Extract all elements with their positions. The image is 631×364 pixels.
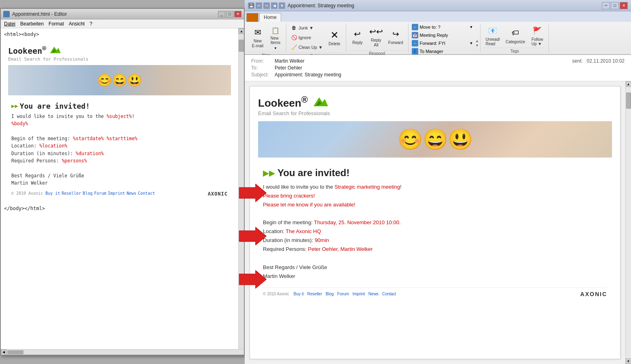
quicksteps-down[interactable]: ▼ (476, 44, 479, 47)
move-to-arrow: ▼ (470, 25, 473, 29)
email-scrollbar-down[interactable]: ▼ (626, 358, 631, 364)
junk-button[interactable]: 🗑 Junk ▼ (289, 23, 325, 32)
email-body-area: Lookeen® Email Search for Professionals … (245, 81, 631, 364)
red-arrow-2 (239, 227, 267, 245)
body-line3: Please let me know if you are available! (263, 202, 355, 208)
footer-link-buyit[interactable]: Buy it (294, 292, 304, 296)
code-bottom: </body></html> (4, 202, 235, 211)
menu-bearbeiten[interactable]: Bearbeiten (20, 21, 44, 27)
to-manager-icon: 👤 (412, 48, 418, 55)
menu-format[interactable]: Format (49, 21, 64, 27)
editor-textarea[interactable]: <html><body> Lookeen® Email Search for P… (1, 28, 238, 349)
outlook-win-controls[interactable]: ─ □ ✕ (602, 2, 628, 9)
email-scrollbar-up[interactable]: ▲ (626, 81, 631, 87)
new-items-dropdown[interactable]: ▼ (272, 46, 279, 51)
footer-link-reseller[interactable]: Reseller (307, 292, 322, 296)
invited-title: ▶▶ You are invited! (263, 167, 607, 179)
footer-link-blog[interactable]: Blog (326, 292, 334, 296)
scrollbar-up-arrow[interactable]: ▲ (239, 28, 244, 34)
ribbon-tab-brand[interactable] (246, 13, 258, 22)
ignore-button[interactable]: 🚫 Ignore (289, 33, 325, 42)
forward-button[interactable]: ↪ Forward (386, 26, 406, 47)
svg-marker-10 (313, 97, 328, 106)
meeting-reply-button[interactable]: 📅 Meeting Reply (410, 32, 475, 39)
editor-window-controls[interactable]: _ □ ✕ (218, 11, 241, 17)
brand-icon (251, 15, 254, 21)
invited-section-small: ▶▶ You are invited! I would like to invi… (8, 100, 231, 198)
email-body-container[interactable]: Lookeen® Email Search for Professionals … (245, 81, 625, 364)
undo-icon[interactable]: ↩ (256, 2, 262, 9)
unread-read-button[interactable]: 📧 Unread/Read (483, 23, 502, 47)
outlook-window: 💾 ↩ ↪ ◀ ▼ Appointment: Strategy meeting … (245, 0, 631, 364)
ribbon-group-tags: 📧 Unread/Read 🏷 Categorize 🚩 FollowUp ▼ … (481, 23, 549, 53)
reply-button[interactable]: ↩ Reply (349, 26, 366, 47)
svg-rect-7 (253, 16, 254, 17)
body-duration: 90min (315, 237, 329, 243)
lookeen-logo: Lookeen® (258, 95, 612, 109)
categorize-icon: 🏷 (509, 27, 522, 40)
save-icon[interactable]: 💾 (248, 2, 254, 9)
editor-titlebar: Appointment.html - Editor _ □ ✕ (1, 9, 244, 19)
footer-link-contact[interactable]: Contact (382, 292, 396, 296)
lookeen-icon (310, 95, 330, 109)
quicksteps-up[interactable]: ▲ (476, 39, 479, 43)
email-preview-small: Lookeen® Email Search for Professionals … (4, 40, 235, 202)
scrollbar-thumb[interactable] (239, 40, 244, 52)
lookeen-text: Lookeen® (258, 95, 308, 109)
maximize-button[interactable]: □ (226, 11, 233, 17)
hscrollbar-left[interactable]: ◀ (1, 349, 6, 355)
footer-link-forum[interactable]: Forum (337, 292, 349, 296)
ribbon-group-new-content: ✉ NewE-mail 📋 NewItems ▼ (249, 23, 284, 51)
move-to-button[interactable]: → Move to: ? ▼ (410, 23, 475, 31)
new-email-button[interactable]: ✉ NewE-mail (249, 24, 267, 50)
menu-ansicht[interactable]: Ansicht (69, 21, 85, 27)
tagline-small: Email Search for Professionals (8, 57, 231, 62)
email-scrollbar-thumb[interactable] (626, 93, 631, 109)
unread-read-icon: 📧 (486, 24, 499, 37)
editor-app-icon (3, 11, 10, 17)
footer-links[interactable]: Buy it Reseller Blog Forum Imprint News … (294, 292, 398, 296)
minimize-button[interactable]: _ (218, 11, 225, 17)
double-arrow-icon-small: ▶▶ (11, 103, 18, 109)
close-button[interactable]: ✕ (234, 11, 241, 17)
menu-datei[interactable]: Datei (4, 21, 15, 27)
delete-col-left: 🗑 Junk ▼ 🚫 Ignore 🧹 Clean Up ▼ (289, 23, 325, 52)
follow-up-label: FollowUp ▼ (531, 37, 543, 46)
delete-button[interactable]: ✕ Delete (326, 27, 343, 48)
ribbon-tab-home[interactable]: Home (259, 13, 281, 22)
to-manager-label: To Manager (420, 49, 443, 54)
email-body-text: I would like to invite you to the Strate… (263, 183, 607, 281)
forward-fyi-button[interactable]: → Forward: FYI ▼ (410, 40, 475, 47)
outlook-minimize[interactable]: ─ (602, 2, 610, 9)
menu-help[interactable]: ? (89, 21, 92, 27)
back-icon[interactable]: ◀ (271, 2, 277, 9)
ribbon-group-new: ✉ NewE-mail 📋 NewItems ▼ New (246, 23, 286, 53)
new-items-top[interactable]: 📋 NewItems (267, 23, 284, 46)
follow-up-button[interactable]: 🚩 FollowUp ▼ (528, 23, 546, 47)
delete-icon: ✕ (328, 29, 341, 42)
sent-label: sent: (572, 58, 583, 64)
quicksteps-expand[interactable]: ▲ ▼ (476, 39, 479, 47)
red-arrow-1 (239, 184, 267, 202)
redo-icon[interactable]: ↪ (263, 2, 270, 9)
cleanup-button[interactable]: 🧹 Clean Up ▼ (289, 43, 325, 52)
footer-links-small[interactable]: Buy itResellerBlogForumImprintNewsContac… (45, 191, 157, 196)
hscrollbar-thumb[interactable] (7, 350, 23, 354)
cleanup-icon: 🧹 (291, 44, 297, 50)
dropdown-icon[interactable]: ▼ (279, 2, 285, 9)
footer-link-imprint[interactable]: Imprint (353, 292, 365, 296)
meeting-reply-icon: 📅 (412, 32, 418, 38)
editor-hscrollbar[interactable]: ◀ (1, 349, 244, 355)
body-line2: Please bring crackers! (263, 193, 315, 199)
outlook-restore[interactable]: □ (611, 2, 619, 9)
to-manager-button[interactable]: 👤 To Manager (410, 48, 475, 55)
editor-title: Appointment.html - Editor (12, 11, 67, 17)
reply-all-button[interactable]: ↩↩ ReplyAll (367, 23, 385, 49)
categorize-button[interactable]: 🏷 Categorize (503, 26, 527, 45)
new-items-button[interactable]: 📋 NewItems ▼ (267, 23, 284, 51)
svg-rect-9 (253, 18, 254, 19)
subject-row: Subject: Appointment: Strategy meeting (251, 72, 625, 78)
outlook-close[interactable]: ✕ (620, 2, 628, 9)
footer-link-news[interactable]: News (368, 292, 379, 296)
email-scrollbar[interactable]: ▲ ▼ (625, 81, 631, 364)
